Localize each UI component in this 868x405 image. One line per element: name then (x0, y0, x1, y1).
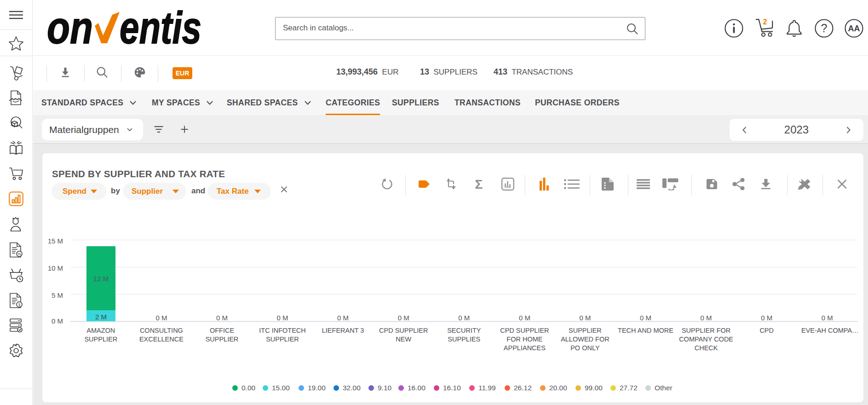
svg-text:SUPPLIER: SUPPLIER (266, 336, 299, 343)
svg-text:2 M: 2 M (95, 313, 107, 321)
svg-text:APPLIANCES: APPLIANCES (504, 344, 546, 352)
svg-text:0 M: 0 M (822, 314, 833, 322)
svg-text:0 M: 0 M (701, 314, 712, 322)
svg-text:5 M: 5 M (52, 291, 63, 299)
svg-text:on: on (47, 10, 93, 47)
svg-text:0 M: 0 M (579, 314, 591, 322)
svg-text:0 M: 0 M (398, 314, 409, 322)
svg-text:2: 2 (763, 19, 767, 26)
svg-text:%: % (17, 252, 21, 256)
svg-text:CPD: CPD (759, 327, 774, 334)
svg-text:AA: AA (848, 24, 860, 33)
svg-text:LIEFERANT 3: LIEFERANT 3 (322, 327, 364, 334)
svg-text:0 M: 0 M (216, 314, 228, 322)
svg-text:ALLOWED FOR: ALLOWED FOR (561, 336, 609, 343)
svg-text:10 M: 10 M (48, 264, 63, 272)
svg-text:12 M: 12 M (93, 275, 109, 283)
svg-text:ITC INFOTECH: ITC INFOTECH (259, 327, 306, 334)
svg-text:SUPPLIES: SUPPLIES (448, 336, 480, 343)
svg-text:COMPANY CODE: COMPANY CODE (679, 336, 733, 343)
svg-text:SUPPLIER FOR: SUPPLIER FOR (682, 327, 730, 334)
svg-text:AMAZON: AMAZON (86, 327, 115, 334)
svg-text:CHECK: CHECK (695, 344, 718, 352)
svg-text:0 M: 0 M (640, 314, 651, 322)
svg-text:0 M: 0 M (337, 314, 349, 322)
svg-text:SECURITY: SECURITY (447, 327, 481, 334)
svg-text:EXCELLENCE: EXCELLENCE (139, 336, 184, 343)
svg-text:0 M: 0 M (276, 314, 288, 322)
svg-text:entis: entis (120, 10, 201, 47)
svg-text:15 M: 15 M (48, 237, 63, 245)
svg-text:0 M: 0 M (519, 314, 530, 322)
svg-text:FOR HOME: FOR HOME (506, 336, 542, 343)
svg-text:CPD SUPPLIER: CPD SUPPLIER (500, 327, 549, 334)
svg-text:?: ? (821, 22, 828, 35)
svg-text:§: § (18, 302, 21, 307)
svg-text:CONSULTING: CONSULTING (140, 327, 183, 334)
svg-text:0 M: 0 M (155, 314, 167, 322)
svg-text:SUPPLIER: SUPPLIER (84, 336, 117, 343)
svg-text:PO ONLY: PO ONLY (570, 344, 600, 352)
svg-text:OFFICE: OFFICE (210, 327, 234, 334)
svg-text:Σ: Σ (475, 178, 483, 191)
svg-text:NEW: NEW (396, 336, 411, 343)
svg-text:CPD SUPPLIER: CPD SUPPLIER (379, 327, 428, 334)
svg-text:SUPPLIER: SUPPLIER (206, 336, 239, 343)
svg-text:TECH AND MORE: TECH AND MORE (618, 327, 673, 334)
svg-text:0 M: 0 M (458, 314, 470, 322)
svg-text:EVE-AH COMPA…: EVE-AH COMPA… (801, 327, 859, 334)
svg-text:0 M: 0 M (761, 314, 772, 322)
svg-text:SUPPLIER: SUPPLIER (569, 327, 602, 334)
svg-text:0 M: 0 M (52, 317, 63, 325)
